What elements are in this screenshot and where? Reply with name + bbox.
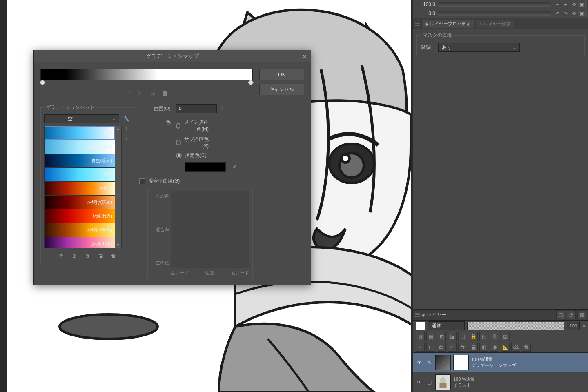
layer-opacity-label: 100 %通常 — [471, 356, 516, 362]
preset-item[interactable]: 夕焼け(金色) — [45, 223, 115, 237]
move-up-icon[interactable]: ↑ — [122, 125, 130, 132]
layer-row[interactable]: 👁 ▢ 100 %通常 イラスト — [413, 372, 588, 392]
layer-color-swatch[interactable] — [416, 322, 425, 330]
reset-icon[interactable]: ⟲ — [570, 1, 577, 8]
zoom-in-icon[interactable]: + — [562, 1, 569, 8]
preset-item[interactable]: 昼空 — [45, 168, 115, 182]
lock-icon[interactable]: ▦ — [416, 332, 425, 341]
link-icon[interactable]: ⎘ — [490, 332, 499, 341]
chevron-right-icon[interactable]: 〉 — [221, 105, 226, 112]
svg-point-4 — [440, 377, 446, 383]
next-stop-icon[interactable]: 〉 — [136, 89, 145, 98]
new-layer-icon[interactable]: ▫ — [416, 343, 425, 352]
move-down-icon[interactable]: ↓ — [122, 135, 130, 142]
delete-layer-icon[interactable]: 🗑 — [522, 343, 531, 352]
gradient-stop[interactable] — [248, 80, 254, 85]
slider-track[interactable] — [438, 2, 551, 7]
new-folder-icon[interactable]: 🗀 — [437, 343, 446, 352]
lock-all-icon[interactable]: 🔒 — [469, 332, 478, 341]
brush-slider-bottom: 0.0 ↶ ↷ ⟲ ▣ — [413, 9, 588, 18]
gradient-stop[interactable] — [40, 80, 45, 85]
tab-layer-property[interactable]: ◈ レイヤープロパティ — [421, 20, 474, 28]
popup-icon[interactable]: ▣ — [578, 10, 586, 17]
popup-icon[interactable]: ▣ — [578, 1, 586, 8]
radio-specified-color[interactable]: 指定色(C) — [176, 152, 209, 159]
dialog-titlebar[interactable]: グラデーションマップ ✕ — [34, 50, 311, 62]
scroll-down-icon[interactable]: ▼ — [115, 242, 121, 248]
draft-icon[interactable]: ◫ — [458, 332, 467, 341]
color-well[interactable] — [185, 162, 226, 172]
gradient-markers[interactable] — [40, 80, 253, 85]
wrench-icon[interactable]: 🔧 — [122, 114, 131, 123]
preset-item[interactable]: 夕焼け(赤) — [45, 209, 115, 223]
cancel-button[interactable]: キャンセル — [259, 84, 304, 95]
gradient-preview[interactable] — [40, 69, 253, 80]
duplicate-icon[interactable]: ⧉ — [83, 252, 92, 261]
prev-stop-icon[interactable]: 〈 — [124, 89, 133, 98]
opacity-slider[interactable] — [467, 322, 564, 330]
radio-main-color[interactable]: メイン描画色(M) — [176, 119, 209, 133]
mask-icon[interactable]: ◐ — [479, 343, 488, 352]
close-icon[interactable]: ✕ — [300, 52, 309, 61]
apply-mask-icon[interactable]: ◑ — [490, 343, 499, 352]
trash-icon[interactable]: 🗑 — [109, 252, 118, 261]
eye-icon[interactable]: 👁 — [416, 379, 423, 386]
slider-track[interactable] — [438, 11, 551, 16]
replace-icon[interactable]: ⟳ — [57, 252, 66, 261]
gradient-set-select[interactable]: 空 ⌄ — [44, 114, 119, 123]
spinner-icon[interactable]: ⇅ — [582, 324, 586, 328]
panel-btn-3[interactable]: ▥ — [577, 310, 586, 319]
tab-layer-search[interactable]: ⌕ レイヤー検索 — [476, 20, 514, 28]
tone-icon[interactable]: ▨ — [501, 332, 510, 341]
new-frame-icon[interactable]: ▭ — [448, 343, 457, 352]
zoom-out-icon[interactable]: − — [554, 1, 561, 8]
lock-pixels-icon[interactable]: ▩ — [426, 332, 435, 341]
delete-stop-icon[interactable]: 🗑 — [160, 89, 169, 98]
rotate-cw-icon[interactable]: ↷ — [562, 10, 569, 17]
transfer-icon[interactable]: ⇆ — [458, 343, 467, 352]
ok-button[interactable]: OK — [259, 69, 304, 80]
curve-canvas[interactable] — [171, 191, 249, 268]
eye-icon[interactable]: 👁 — [416, 359, 423, 366]
svg-point-3 — [60, 314, 158, 339]
mix-curve-label: 混合率曲線(G) — [148, 178, 180, 185]
preset-item[interactable]: 夕焼け(紫) — [45, 237, 115, 248]
preset-item[interactable]: 夕焼け — [45, 182, 115, 196]
preset-item[interactable]: 青空 — [45, 126, 115, 140]
layer-row[interactable]: 👁 ✎ ▫ 100 %通常 グラデーションマップ — [413, 353, 588, 372]
ruler-icon[interactable]: ▤ — [479, 332, 488, 341]
group-legend: マスクの表現 — [421, 32, 454, 39]
panel-btn-1[interactable]: ▢ — [556, 310, 565, 319]
new-vector-icon[interactable]: ◻ — [426, 343, 435, 352]
add-icon[interactable]: ⊕ — [70, 252, 79, 261]
eyedropper-icon[interactable]: ✐ — [230, 162, 240, 172]
blend-mode-select[interactable]: 通常 ⌄ — [428, 321, 465, 330]
opacity-value[interactable]: 100 — [567, 322, 580, 330]
layers-list: 👁 ✎ ▫ 100 %通常 グラデーションマップ 👁 ▢ 100 %通常 イラス… — [413, 352, 588, 392]
preset-item[interactable]: 青空(暗め) — [45, 154, 115, 168]
grip-icon[interactable] — [415, 21, 420, 27]
mask-label: 階調 — [421, 44, 431, 51]
preset-item[interactable]: 青空(明るめ) — [45, 140, 115, 154]
scrollbar[interactable]: ▲ ▼ — [115, 126, 121, 248]
clip-icon[interactable]: ◩ — [437, 332, 446, 341]
rotate-ccw-icon[interactable]: ↶ — [554, 10, 561, 17]
dup-stop-icon[interactable]: ⎘ — [148, 89, 157, 98]
apply-icon[interactable]: ◪ — [96, 252, 105, 261]
reset-icon[interactable]: ⟲ — [570, 10, 577, 17]
mix-curve-checkbox[interactable] — [139, 178, 145, 184]
ruler-new-icon[interactable]: 📐 — [501, 343, 510, 352]
axis-label: 混合率 — [156, 227, 169, 233]
position-input[interactable] — [176, 104, 217, 113]
radio-sub-color[interactable]: サブ描画色(S) — [176, 136, 209, 149]
scroll-up-icon[interactable]: ▲ — [115, 126, 121, 132]
panel-btn-2[interactable]: ◔ — [567, 310, 576, 319]
color-label: 色: — [139, 119, 172, 126]
preset-item[interactable]: 夕焼け(暗め) — [45, 196, 115, 209]
ref-icon[interactable]: ◪ — [448, 332, 457, 341]
mask-select[interactable]: あり ⌄ — [438, 43, 520, 52]
clear-icon[interactable]: ⌫ — [511, 343, 520, 352]
grip-icon[interactable] — [415, 312, 420, 318]
property-tabs: ◈ レイヤープロパティ ⌕ レイヤー検索 — [413, 18, 588, 29]
merge-icon[interactable]: ⬓ — [469, 343, 478, 352]
